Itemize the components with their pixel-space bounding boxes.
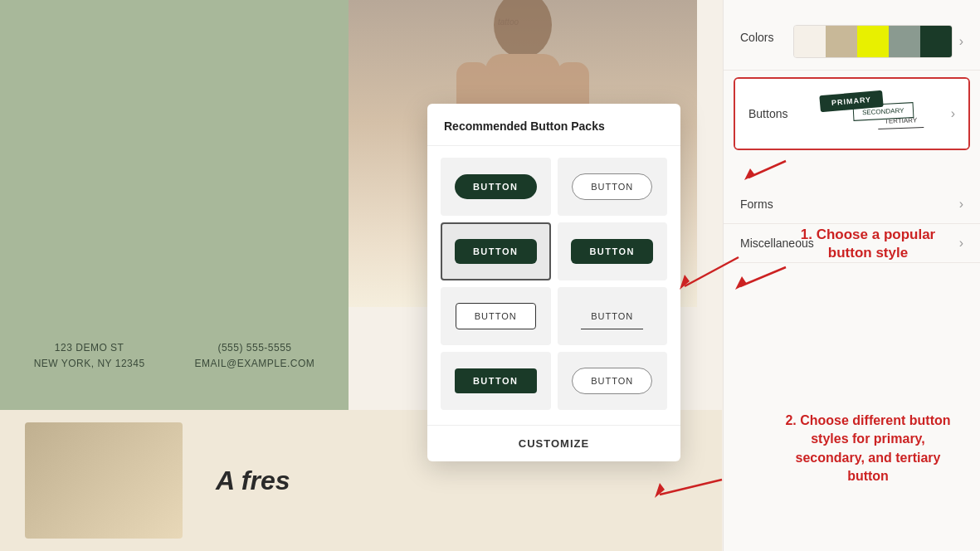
modal: Recommended Button Packs BUTTON BUTTON B… [427, 104, 680, 461]
btn-cell-outline-rounded[interactable]: BUTTON [558, 158, 668, 216]
btn-cell-outline-rect[interactable]: BUTTON [441, 287, 551, 345]
svg-marker-14 [680, 275, 690, 290]
svg-marker-12 [655, 483, 665, 498]
svg-marker-8 [744, 168, 755, 180]
buttons-chevron[interactable]: › [951, 106, 955, 121]
arrow-to-button-row [676, 253, 743, 295]
btn-outline-rect[interactable]: BUTTON [456, 303, 536, 329]
colors-section[interactable]: Colors › [724, 13, 980, 71]
arrow-to-customize [651, 471, 726, 500]
address-col-1: 123 DEMO ST NEW YORK, NY 12345 [34, 340, 145, 372]
modal-title: Recommended Button Packs [444, 119, 605, 133]
btn-cell-outline-pill[interactable]: BUTTON [558, 352, 668, 410]
colors-label: Colors [740, 31, 773, 44]
modal-body: BUTTON BUTTON BUTTON BUTTON BUTTON BUTTO… [427, 146, 680, 425]
colors-chevron[interactable]: › [959, 34, 963, 49]
swatch-2 [826, 26, 857, 57]
svg-point-0 [494, 0, 552, 58]
phone: (555) 555-5555 [195, 340, 315, 356]
btn-underline[interactable]: BUTTON [581, 304, 643, 329]
btn-pill-dark2[interactable]: BUTTON [571, 239, 653, 264]
btn-rounded-dark[interactable]: BUTTON [455, 174, 537, 199]
swatch-3 [857, 26, 889, 57]
annotation-2: 2. Choose different button styles for pr… [764, 398, 972, 493]
btn-dark-rect[interactable]: BUTTON [455, 368, 537, 393]
button-grid: BUTTON BUTTON BUTTON BUTTON BUTTON BUTTO… [441, 158, 667, 410]
svg-line-11 [660, 480, 722, 495]
customize-label: CUSTOMIZE [519, 437, 589, 450]
city-state: NEW YORK, NY 12345 [34, 356, 145, 372]
btn-cell-dark-rect[interactable]: BUTTON [441, 352, 551, 410]
modal-header: Recommended Button Packs [427, 104, 680, 146]
btn-outline-pill[interactable]: BUTTON [572, 368, 652, 394]
annotation-1-arrow [724, 157, 980, 185]
btn-outline-rounded[interactable]: BUTTON [572, 173, 652, 200]
forms-chevron[interactable]: › [959, 197, 963, 212]
swatch-5 [920, 26, 952, 57]
btn-cell-rounded-dark[interactable]: BUTTON [441, 158, 551, 216]
swatch-4 [889, 26, 920, 57]
btn-cell-underline[interactable]: BUTTON [558, 287, 668, 345]
svg-text:tattoo: tattoo [498, 17, 519, 27]
color-swatches [793, 25, 953, 58]
street-address: 123 DEMO ST [34, 340, 145, 356]
bottom-tagline: A fres [216, 466, 290, 496]
modal-footer[interactable]: CUSTOMIZE [427, 425, 680, 461]
btn-pill-dark[interactable]: BUTTON [455, 239, 537, 264]
email: EMAIL@EXAMPLE.COM [195, 356, 315, 372]
buttons-preview: PRIMARY SECONDARY TERTIARY [812, 89, 944, 139]
address-area: 123 DEMO ST NEW YORK, NY 12345 (555) 555… [0, 302, 349, 410]
bottom-thumbnail [25, 422, 183, 539]
svg-line-13 [685, 257, 739, 286]
forms-label: Forms [740, 197, 773, 211]
btn-cell-pill-dark2[interactable]: BUTTON [558, 222, 668, 280]
address-col-2: (555) 555-5555 EMAIL@EXAMPLE.COM [195, 340, 315, 372]
annotation-1: 1. Choose a popular button style [764, 216, 972, 272]
right-sidebar: Colors › Buttons PRIMARY SECONDARY [723, 0, 980, 551]
btn-cell-pill-dark[interactable]: BUTTON [441, 222, 551, 280]
swatch-1 [794, 26, 826, 57]
buttons-label: Buttons [748, 107, 787, 120]
buttons-section[interactable]: Buttons PRIMARY SECONDARY TERTIARY › [734, 77, 970, 150]
